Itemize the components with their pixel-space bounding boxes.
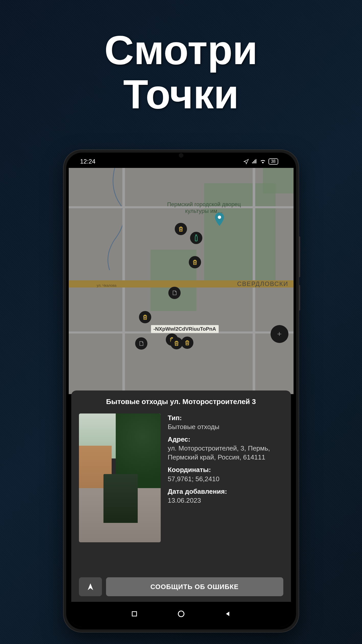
- point-details: Тип: Бытовые отходы Адрес: ул. Моторостр…: [168, 413, 283, 542]
- power-button: [299, 285, 300, 310]
- map-marker-trash[interactable]: [139, 311, 151, 323]
- phone-mockup: 12:24 38: [63, 150, 299, 632]
- volume-button: [299, 236, 300, 277]
- promo-title: Смотри Точки: [0, 28, 362, 117]
- android-home-button[interactable]: [177, 610, 185, 619]
- date-label: Дата добавления:: [168, 487, 283, 496]
- plus-icon: +: [277, 330, 282, 338]
- report-button-label: СООБЩИТЬ ОБ ОШИБКЕ: [150, 583, 239, 591]
- promo-line-2: Точки: [0, 72, 362, 117]
- location-status-icon: [243, 159, 249, 164]
- point-detail-sheet: Бытовые отходы ул. Моторостроителей 3 Ти…: [71, 390, 291, 627]
- map-marker-paper[interactable]: [135, 337, 147, 350]
- add-point-button[interactable]: +: [271, 325, 288, 343]
- map-marker-bottle[interactable]: [190, 232, 202, 244]
- report-error-button[interactable]: СООБЩИТЬ ОБ ОШИБКЕ: [106, 577, 283, 596]
- map-view[interactable]: Пермский городской дворец культуры им… С…: [69, 168, 294, 394]
- battery-indicator: 38: [268, 158, 278, 165]
- address-label: Адрес:: [168, 435, 283, 444]
- location-pin-icon[interactable]: [214, 213, 225, 226]
- type-label: Тип:: [168, 413, 283, 422]
- map-marker-trash[interactable]: [189, 256, 201, 268]
- phone-camera-notch: [179, 153, 183, 158]
- android-back-button[interactable]: [224, 611, 231, 618]
- navigate-button[interactable]: [79, 577, 102, 596]
- point-photo[interactable]: [79, 413, 161, 542]
- type-value: Бытовые отходы: [168, 422, 283, 431]
- android-nav-bar: [71, 602, 291, 627]
- sheet-title: Бытовые отходы ул. Моторостроителей 3: [79, 398, 283, 406]
- svg-point-2: [178, 611, 184, 617]
- coords-value: 57,9761; 56,2410: [168, 475, 283, 484]
- nav-arrow-icon: [86, 583, 95, 591]
- marker-id-tooltip: -NXpWwl2CdVRiuuToPnA: [151, 325, 219, 333]
- map-marker-trash-selected[interactable]: [170, 337, 183, 349]
- android-recent-button[interactable]: [131, 611, 138, 618]
- promo-line-1: Смотри: [0, 28, 362, 72]
- svg-rect-1: [132, 612, 136, 616]
- signal-icon: [252, 159, 257, 164]
- address-value: ул. Моторостроителей, 3, Пермь, Пермский…: [168, 444, 283, 462]
- map-marker-trash[interactable]: [175, 223, 187, 235]
- date-value: 13.06.2023: [168, 496, 283, 505]
- status-time: 12:24: [80, 158, 96, 165]
- map-marker-paper[interactable]: [168, 287, 181, 299]
- wifi-icon: [260, 158, 266, 165]
- map-marker-trash[interactable]: [181, 337, 193, 349]
- svg-point-0: [218, 215, 221, 219]
- coords-label: Координаты:: [168, 465, 283, 474]
